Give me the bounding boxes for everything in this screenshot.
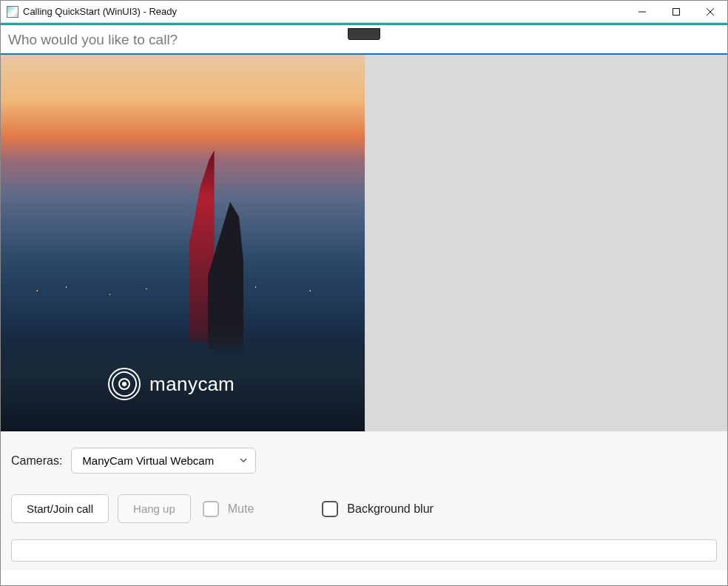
mute-checkbox[interactable] [203,501,219,517]
watermark-text: manycam [149,373,235,396]
cameras-label: Cameras: [11,454,62,468]
status-bar-input[interactable] [11,539,717,562]
drag-handle[interactable] [348,28,380,40]
remote-video-pane [365,55,727,431]
watermark-brand-a: many [149,373,198,395]
camera-watermark: manycam [108,368,235,400]
window-title: Calling QuickStart (WinUI3) - Ready [23,6,177,17]
control-panel: Cameras: ManyCam Virtual Webcam Start/Jo… [1,431,727,570]
manycam-logo-icon [108,368,141,400]
background-blur-checkbox-group: Background blur [322,501,434,517]
start-join-call-button[interactable]: Start/Join call [11,494,109,523]
camera-select[interactable]: ManyCam Virtual Webcam [71,448,256,474]
background-blur-label: Background blur [347,502,434,516]
app-icon [7,6,18,18]
close-icon [707,8,714,16]
video-background-lights [1,269,365,306]
video-row: manycam [1,55,727,431]
watermark-brand-b: cam [198,373,235,395]
background-blur-checkbox[interactable] [322,501,338,517]
camera-select-value: ManyCam Virtual Webcam [82,454,214,467]
close-button[interactable] [693,1,727,23]
maximize-icon [673,8,680,16]
mute-label: Mute [228,502,255,516]
window-titlebar: Calling QuickStart (WinUI3) - Ready [1,1,727,23]
maximize-button[interactable] [659,1,693,23]
chevron-down-icon [239,454,248,467]
window-controls [625,1,727,23]
minimize-button[interactable] [625,1,659,23]
mute-checkbox-group: Mute [203,501,255,517]
hang-up-button[interactable]: Hang up [118,494,191,523]
svg-rect-1 [673,8,680,15]
minimize-icon [638,8,646,16]
local-video-pane: manycam [1,55,365,431]
